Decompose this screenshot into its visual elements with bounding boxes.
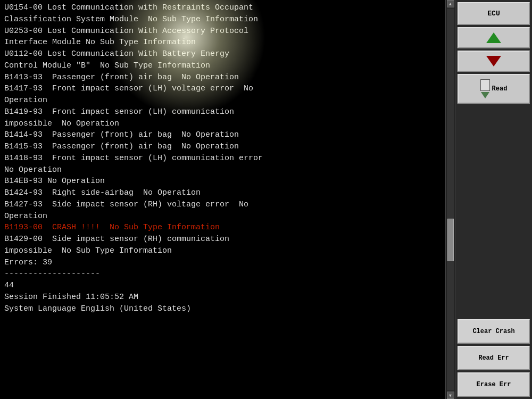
read-icon [480, 79, 490, 98]
log-line: Operation [4, 96, 47, 105]
clear-crash-label: Clear Crash [472, 328, 514, 335]
log-line: B1418-93 Front impact sensor (LH) commun… [4, 154, 263, 163]
arrow-up-button[interactable] [458, 27, 530, 48]
read-label: Read [492, 85, 508, 93]
log-line: Interface Module No Sub Type Information [4, 38, 196, 47]
arrow-down-button[interactable] [458, 51, 530, 72]
log-line: No Operation [4, 165, 62, 174]
main-content: U0154-00 Lost Communication with Restrai… [0, 0, 532, 399]
log-line: Errors: 39 [4, 258, 52, 267]
log-line: B1417-93 Front impact sensor (LH) voltag… [4, 84, 253, 93]
log-line: U0253-00 Lost Communication With Accesso… [4, 27, 248, 36]
log-line: impossible No Sub Type Information [4, 246, 172, 255]
log-text: U0154-00 Lost Communication with Restrai… [4, 2, 451, 314]
spacer [458, 106, 530, 317]
left-panel: U0154-00 Lost Communication with Restrai… [0, 0, 455, 399]
log-line: Operation [4, 212, 47, 221]
right-panel: ECU Read Clear Crash Read Err [455, 0, 532, 399]
doc-icon [480, 79, 490, 91]
log-line: U0112-00 Lost Communication With Battery… [4, 49, 229, 59]
erase-err-button[interactable]: Erase Err [458, 372, 530, 397]
erase-err-label: Erase Err [477, 381, 511, 388]
read-button[interactable]: Read [458, 74, 530, 104]
log-line: impossible No Operation [4, 119, 119, 128]
scroll-down-btn[interactable]: ▼ [447, 392, 454, 399]
log-line: B1193-00 CRASH !!!! No Sub Type Informat… [4, 223, 220, 232]
log-line: 44 [4, 281, 14, 290]
log-line: Classification System Module No Sub Type… [4, 15, 258, 24]
log-line: Control Module "B" No Sub Type Informati… [4, 61, 210, 70]
log-line: B1419-93 Front impact sensor (LH) commun… [4, 107, 234, 117]
scroll-thumb[interactable] [447, 219, 454, 261]
log-line: System Language English (United States) [4, 304, 191, 313]
scroll-track[interactable] [447, 9, 454, 390]
log-line: Session Finished 11:05:52 AM [4, 293, 138, 302]
arrow-down-icon [486, 56, 501, 66]
log-line: B14EB-93 No Operation [4, 177, 105, 186]
log-line: -------------------- [4, 269, 100, 278]
log-line: B1427-93 Side impact sensor (RH) voltage… [4, 200, 248, 209]
read-err-button[interactable]: Read Err [458, 346, 530, 370]
clear-crash-button[interactable]: Clear Crash [458, 319, 530, 344]
log-line: B1413-93 Passenger (front) air bag No Op… [4, 73, 239, 82]
log-line: B1429-00 Side impact sensor (RH) communi… [4, 235, 229, 244]
arrow-up-icon [486, 32, 501, 43]
read-err-label: Read Err [478, 354, 509, 362]
read-arrow-icon [481, 92, 489, 98]
scrollbar[interactable]: ▲ ▼ [445, 0, 455, 399]
log-line: B1415-93 Passenger (front) air bag No Op… [4, 142, 239, 151]
log-line: U0154-00 Lost Communication with Restrai… [4, 3, 253, 12]
log-area: U0154-00 Lost Communication with Restrai… [0, 0, 455, 399]
ecu-button[interactable]: ECU [458, 2, 530, 25]
scroll-up-btn[interactable]: ▲ [447, 0, 454, 7]
ecu-label: ECU [487, 10, 500, 18]
log-line: B1424-93 Right side-airbag No Operation [4, 188, 201, 197]
log-line: B1414-93 Passenger (front) air bag No Op… [4, 130, 239, 139]
